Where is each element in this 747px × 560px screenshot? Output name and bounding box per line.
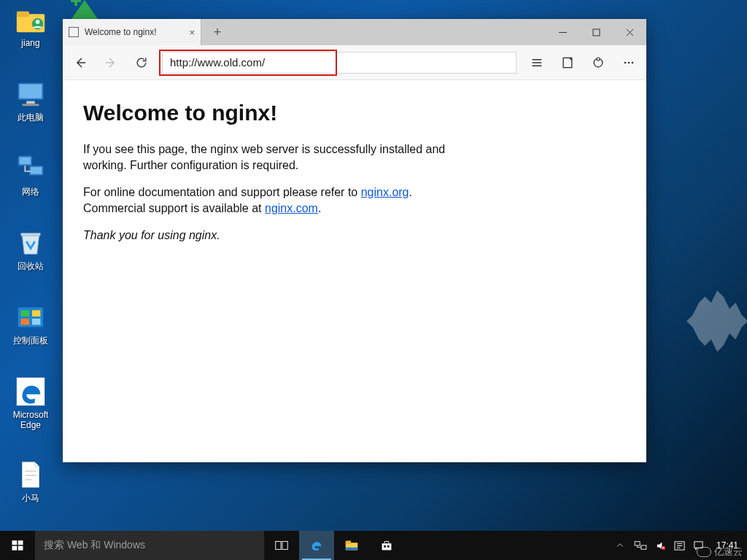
tab-title: Welcome to nginx! [85,27,157,37]
tray-volume[interactable] [654,531,668,560]
refresh-button[interactable] [131,52,152,73]
svg-rect-9 [20,158,31,165]
window-minimize-button[interactable] [546,19,579,45]
desktop-icon-label: 网络 [22,187,39,197]
svg-rect-1 [17,12,29,18]
windows-icon [11,539,24,552]
new-tab-button[interactable]: + [201,19,233,45]
note-icon [560,55,575,70]
page-content: Welcome to nginx! If you see this page, … [63,80,646,462]
taskbar-spacer [404,531,610,560]
desktop-icon-label: 控制面板 [13,335,48,346]
desktop-icon-control-panel[interactable]: 控制面板 [6,300,55,360]
text: Commercial support is available at [83,202,265,214]
taskbar-app-edge[interactable] [299,531,334,560]
link-nginx-org[interactable]: nginx.org [361,186,409,198]
svg-rect-37 [276,542,281,550]
folder-icon [344,537,360,553]
svg-rect-44 [635,542,640,545]
more-icon [622,55,636,70]
tab-bar: Welcome to nginx! × + [63,19,646,45]
refresh-icon [134,55,149,70]
svg-rect-21 [25,479,32,481]
browser-window: Welcome to nginx! × + [63,19,646,462]
tabbar-spacer [233,19,546,45]
desktop-icon-label: jiang [21,38,39,48]
svg-rect-11 [31,167,42,174]
svg-rect-7 [23,104,39,106]
desktop-icon-textfile[interactable]: 小马 [6,458,55,518]
forward-button[interactable] [101,52,121,73]
svg-point-30 [624,61,627,63]
share-icon [591,55,605,70]
close-tab-button[interactable]: × [189,27,195,38]
desktop-icon-recycle-bin[interactable]: 回收站 [6,226,55,286]
text: For online documentation and support ple… [83,186,361,198]
back-button[interactable] [70,52,90,73]
watermark: 亿速云 [697,545,743,559]
svg-rect-41 [346,548,358,551]
web-note-button[interactable] [557,52,578,73]
taskbar-app-store[interactable] [369,531,404,560]
desktop-icon-computer[interactable]: 此电脑 [6,77,55,137]
svg-rect-33 [12,540,18,545]
tab-active[interactable]: Welcome to nginx! × [63,19,201,45]
svg-rect-14 [21,310,30,316]
start-button[interactable] [0,531,35,560]
chevron-up-icon [616,541,624,550]
window-maximize-button[interactable] [579,19,613,45]
arrow-right-icon [104,55,118,70]
svg-rect-42 [384,545,386,548]
task-view-button[interactable] [264,531,299,560]
page-heading: Welcome to nginx! [83,101,626,125]
tray-network[interactable] [632,531,649,560]
svg-point-32 [632,61,634,63]
svg-rect-17 [32,319,41,325]
window-close-button[interactable] [613,19,646,45]
page-icon [69,27,79,37]
watermark-text: 亿速云 [714,545,743,559]
svg-rect-12 [21,233,41,236]
arrow-left-icon [73,55,88,70]
page-thanks: Thank you for using nginx. [83,228,462,244]
search-placeholder: 搜索 Web 和 Windows [44,539,145,552]
more-button[interactable] [619,52,639,73]
taskbar-search[interactable]: 搜索 Web 和 Windows [35,531,264,560]
svg-rect-20 [25,475,36,476]
address-highlight-box [159,50,337,76]
svg-rect-26 [593,29,600,36]
edge-icon [309,537,325,553]
edge-icon [14,375,47,408]
desktop: jiang 此电脑 网络 回收站 控制面板 Microsoft Edge 小 [6,3,61,532]
link-nginx-com[interactable]: nginx.com [265,202,318,214]
reading-list-button[interactable] [527,52,547,73]
desktop-icon-label: Microsoft Edge [6,410,55,430]
network-icon [14,152,47,185]
svg-rect-34 [18,540,23,545]
tray-show-hidden[interactable] [613,531,627,560]
svg-rect-15 [32,310,41,316]
svg-rect-19 [25,470,36,472]
desktop-icon-edge[interactable]: Microsoft Edge [6,375,55,443]
desktop-icon-label: 回收站 [18,261,44,271]
desktop-icon-user[interactable]: jiang [6,3,55,63]
control-panel-icon [14,300,47,334]
cloud-icon [697,547,711,557]
desktop-icon-network[interactable]: 网络 [6,152,55,211]
plus-icon: + [214,25,222,40]
svg-point-29 [597,58,600,61]
desktop-icon-label: 此电脑 [18,112,44,122]
svg-rect-6 [26,101,35,104]
taskbar-app-explorer[interactable] [334,531,369,560]
svg-rect-24 [71,0,81,2]
share-button[interactable] [588,52,608,73]
user-folder-icon [14,3,47,36]
svg-rect-35 [12,546,18,551]
recycle-bin-icon [14,226,47,260]
desktop-icon-label: 小马 [22,493,39,503]
text: . [318,202,321,214]
tray-ime[interactable] [673,531,687,560]
svg-rect-36 [18,546,23,551]
lines-icon [530,55,544,70]
svg-rect-16 [21,319,30,325]
